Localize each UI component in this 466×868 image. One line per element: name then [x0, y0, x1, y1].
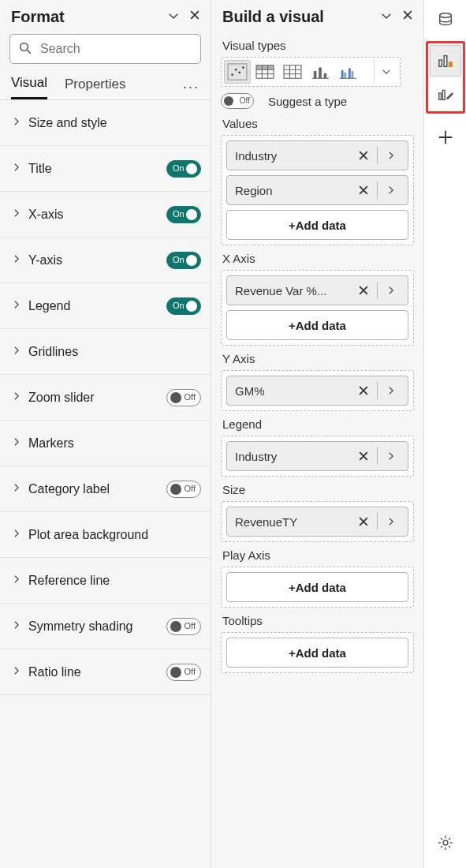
- format-row[interactable]: Size and style: [0, 100, 211, 146]
- field-well[interactable]: IndustryRegion+Add data: [221, 135, 414, 245]
- search-input-wrapper[interactable]: [9, 34, 201, 64]
- chevron-right-icon: [11, 253, 22, 267]
- field-well[interactable]: RevenueTY: [221, 501, 414, 542]
- visual-type-scatter[interactable]: [224, 60, 251, 84]
- toggle[interactable]: Off: [166, 618, 201, 635]
- format-row[interactable]: Reference line: [0, 558, 211, 604]
- svg-rect-14: [349, 68, 351, 78]
- visual-type-table[interactable]: [252, 60, 278, 84]
- format-row-label: Zoom slider: [28, 391, 160, 405]
- toggle-text: Off: [185, 484, 196, 493]
- side-icon-rail: [424, 0, 466, 868]
- field-menu-button[interactable]: [379, 279, 403, 301]
- close-build-button[interactable]: [401, 9, 414, 25]
- visual-type-matrix[interactable]: [279, 60, 306, 84]
- rail-settings-icon[interactable]: [430, 827, 461, 859]
- visual-type-clustered-column[interactable]: [334, 60, 361, 84]
- format-row[interactable]: LegendOn: [0, 283, 211, 329]
- format-row[interactable]: Y-axisOn: [0, 238, 211, 283]
- field-pill-label: Revenue Var %...: [235, 284, 352, 297]
- field-menu-button[interactable]: [379, 380, 403, 402]
- tab-visual[interactable]: Visual: [11, 75, 47, 99]
- format-row[interactable]: X-axisOn: [0, 192, 211, 238]
- search-input[interactable]: [39, 41, 192, 57]
- field-menu-button[interactable]: [379, 179, 403, 201]
- field-well[interactable]: Revenue Var %...+Add data: [221, 270, 414, 346]
- toggle[interactable]: On: [166, 297, 201, 315]
- divider-icon: [377, 513, 378, 530]
- remove-field-button[interactable]: [352, 279, 375, 301]
- field-menu-button[interactable]: [379, 144, 403, 166]
- well-label: X Axis: [222, 252, 414, 265]
- add-data-button[interactable]: +Add data: [226, 310, 408, 340]
- remove-field-button[interactable]: [352, 179, 375, 201]
- format-row[interactable]: TitleOn: [0, 146, 211, 192]
- field-well[interactable]: +Add data: [221, 632, 414, 673]
- field-pill-label: GM%: [235, 384, 352, 398]
- rail-format-icon[interactable]: [430, 78, 461, 110]
- divider-icon: [377, 282, 378, 299]
- field-well[interactable]: +Add data: [221, 567, 414, 608]
- toggle[interactable]: On: [166, 160, 201, 178]
- format-row[interactable]: Ratio lineOff: [0, 649, 211, 695]
- format-row[interactable]: Plot area background: [0, 512, 211, 558]
- remove-field-button[interactable]: [352, 144, 375, 166]
- svg-rect-9: [314, 71, 317, 78]
- visual-types-label: Visual types: [222, 39, 414, 52]
- format-row[interactable]: Markers: [0, 421, 211, 466]
- field-pill[interactable]: Region: [226, 175, 408, 205]
- rail-data-icon[interactable]: [430, 5, 461, 36]
- toggle[interactable]: Off: [166, 481, 201, 498]
- build-header: Build a visual: [211, 0, 423, 29]
- field-well[interactable]: GM%: [221, 370, 414, 411]
- field-menu-button[interactable]: [379, 511, 403, 533]
- toggle[interactable]: Off: [166, 389, 201, 406]
- format-row[interactable]: Zoom sliderOff: [0, 375, 211, 421]
- format-row-label: Legend: [28, 299, 160, 313]
- format-row-label: Category label: [28, 482, 160, 496]
- toggle[interactable]: Off: [166, 664, 201, 681]
- tab-more-button[interactable]: ···: [183, 79, 199, 95]
- rail-add-icon[interactable]: [430, 122, 461, 153]
- rail-highlight: [426, 41, 465, 114]
- format-row-label: Plot area background: [28, 528, 201, 542]
- field-pill[interactable]: Revenue Var %...: [226, 275, 408, 305]
- divider-icon: [377, 447, 378, 465]
- remove-field-button[interactable]: [352, 445, 375, 467]
- rail-build-icon[interactable]: [430, 45, 461, 77]
- tab-properties[interactable]: Properties: [65, 77, 125, 99]
- suggest-toggle[interactable]: Off: [221, 93, 254, 109]
- format-row-label: Size and style: [28, 116, 201, 130]
- svg-point-22: [443, 840, 448, 845]
- search-icon: [18, 41, 32, 58]
- field-pill[interactable]: Industry: [226, 140, 408, 170]
- add-data-button[interactable]: +Add data: [226, 210, 408, 240]
- chevron-right-icon: [11, 208, 22, 221]
- format-pane: Format Visual Properties ···: [0, 0, 211, 868]
- svg-rect-12: [341, 70, 344, 78]
- remove-field-button[interactable]: [352, 511, 375, 533]
- collapse-build-button[interactable]: [379, 9, 393, 25]
- close-format-button[interactable]: [188, 9, 201, 25]
- visual-type-column[interactable]: [307, 60, 334, 84]
- well-label: Values: [222, 117, 414, 130]
- add-data-button[interactable]: +Add data: [226, 638, 408, 668]
- svg-rect-17: [438, 60, 442, 66]
- visual-types-expand[interactable]: [374, 60, 397, 84]
- chevron-right-icon: [11, 391, 22, 404]
- svg-point-2: [231, 73, 233, 76]
- toggle[interactable]: On: [166, 252, 201, 269]
- format-row[interactable]: Symmetry shadingOff: [0, 604, 211, 649]
- field-well[interactable]: Industry: [221, 436, 414, 477]
- toggle[interactable]: On: [166, 206, 201, 223]
- format-row[interactable]: Gridlines: [0, 329, 211, 375]
- field-menu-button[interactable]: [379, 445, 403, 467]
- remove-field-button[interactable]: [352, 380, 375, 402]
- add-data-button[interactable]: +Add data: [226, 572, 408, 602]
- chevron-right-icon: [11, 619, 22, 633]
- field-pill[interactable]: GM%: [226, 376, 408, 406]
- format-row[interactable]: Category labelOff: [0, 466, 211, 512]
- field-pill[interactable]: RevenueTY: [226, 507, 408, 537]
- collapse-format-button[interactable]: [166, 9, 181, 25]
- field-pill[interactable]: Industry: [226, 441, 408, 471]
